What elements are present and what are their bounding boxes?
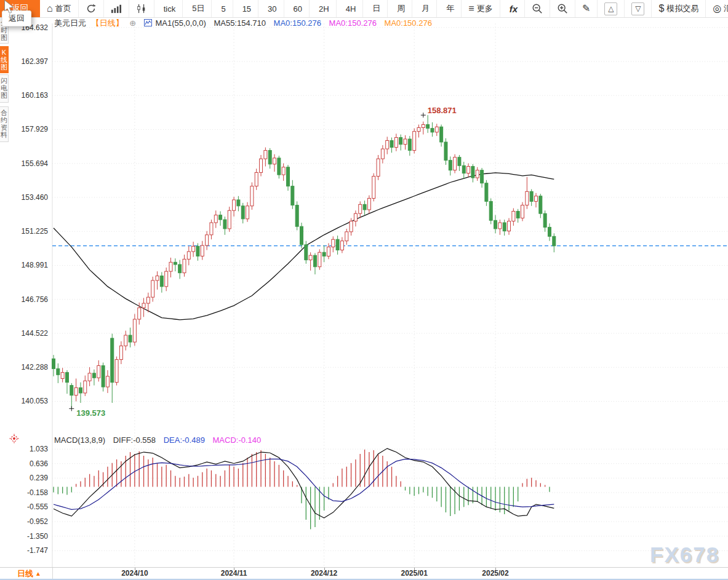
toolbar-item-label: tick xyxy=(164,4,176,14)
sidebar-item-contract-info[interactable]: 合约资料 xyxy=(0,106,9,142)
price-axis-label: 155.694 xyxy=(22,159,49,168)
pencil-icon: ✎ xyxy=(582,4,590,14)
toolbar-item-scroll-bottom[interactable]: ▽ xyxy=(625,0,652,17)
toolbar-item-label: 周 xyxy=(397,3,405,14)
price-axis-label: 153.460 xyxy=(22,193,49,202)
toolbar-item-label: 2H xyxy=(319,4,329,14)
x-axis-label: 2025/02 xyxy=(474,569,517,578)
period-selector-label: 日线 xyxy=(17,568,33,579)
macd-axis-label: -0.158 xyxy=(27,488,48,497)
toolbar-item-label: 模拟交易 xyxy=(666,3,698,14)
x-axis-label: 2024/11 xyxy=(212,569,255,578)
toolbar-item-label: 30 xyxy=(268,4,276,14)
price-axis-label: 162.397 xyxy=(22,57,49,66)
macd-title: MACD(13,8,9) xyxy=(54,435,105,445)
triangle-down-icon: ▽ xyxy=(631,2,644,15)
period-badge: 【日线】 xyxy=(92,18,124,28)
macd-axis-label: 0.239 xyxy=(30,474,48,482)
triangle-up-icon: △ xyxy=(604,2,617,15)
low-price-annotation: 139.573 xyxy=(76,408,105,418)
zoom-out-icon xyxy=(532,3,543,14)
toolbar: 返回 ⌂首页tick5日51530602H4H日周月年≡更多fx✎△▽$模拟交易… xyxy=(0,0,728,18)
toolbar-item-label: 月 xyxy=(422,3,430,14)
chart-canvas[interactable]: 164.632162.397160.163157.929155.694153.4… xyxy=(0,0,728,580)
toolbar-item-h2[interactable]: 2H xyxy=(310,0,337,17)
refresh-icon xyxy=(86,3,97,14)
sidebar-item-flash-chart[interactable]: 闪电图 xyxy=(0,74,9,103)
toolbar-item-label: 60 xyxy=(294,4,302,14)
menu-icon: ≡ xyxy=(468,4,474,14)
toolbar-item-candle-style[interactable] xyxy=(129,0,154,17)
macd-dea-value: DEA:-0.489 xyxy=(164,435,205,445)
macd-axis-label: 1.033 xyxy=(30,445,48,453)
chevron-up-icon: ▲ xyxy=(35,570,41,577)
toolbar-item-5d[interactable]: 5日 xyxy=(183,0,212,17)
toolbar-item-year[interactable]: 年 xyxy=(437,0,462,17)
toolbar-item-draw[interactable]: ✎ xyxy=(575,0,598,17)
toolbar-item-m60[interactable]: 60 xyxy=(284,0,310,17)
ma-chart-icon xyxy=(144,18,152,28)
x-axis-label: 2024/10 xyxy=(113,569,156,578)
ma-settings-label: MA1(55,0,0,0) xyxy=(155,18,206,28)
toolbar-item-label: 4H xyxy=(346,4,356,14)
toolbar-item-scroll-top[interactable]: △ xyxy=(598,0,625,17)
dollar-icon: $ xyxy=(658,4,664,14)
toolbar-item-sim-trade[interactable]: $模拟交易 xyxy=(652,0,706,17)
app-window: 164.632162.397160.163157.929155.694153.4… xyxy=(0,0,728,580)
price-axis-label: 160.163 xyxy=(22,91,49,100)
macd-value: MACD:-0.140 xyxy=(213,435,262,445)
toolbar-item-h4[interactable]: 4H xyxy=(337,0,364,17)
x-axis-label: 2025/01 xyxy=(393,569,436,578)
toolbar-item-label: 汇通财经 xyxy=(724,3,728,14)
macd-axis-label: 0.636 xyxy=(30,459,48,468)
toolbar-item-week[interactable]: 周 xyxy=(388,0,412,17)
home-icon: ⌂ xyxy=(47,4,53,14)
price-axis-label: 140.053 xyxy=(22,397,49,405)
toolbar-item-day[interactable]: 日 xyxy=(363,0,388,17)
ma0-value-blue: MA0:150.276 xyxy=(274,18,321,28)
macd-axis-label: -1.747 xyxy=(27,546,48,555)
watermark: FX678 xyxy=(650,542,719,567)
price-axis-label: 144.522 xyxy=(22,329,49,338)
macd-diff-value: DIFF:-0.558 xyxy=(113,435,156,445)
toolbar-item-label: 5日 xyxy=(192,3,204,14)
chart-header: 美元日元 【日线】 ⊕ MA1(55,0,0,0) MA55:154.710 M… xyxy=(54,18,438,29)
toolbar-item-zoom-in[interactable] xyxy=(550,0,575,17)
toolbar-item-m30[interactable]: 30 xyxy=(258,0,284,17)
macd-axis-label: -0.555 xyxy=(27,503,48,511)
price-axis-label: 151.225 xyxy=(22,227,49,236)
price-axis-label: 157.929 xyxy=(22,125,49,133)
x-axis-label: 2024/12 xyxy=(303,569,346,578)
price-axis-label: 142.288 xyxy=(22,363,49,371)
toolbar-item-zoom-out[interactable] xyxy=(525,0,550,17)
toolbar-item-label: 5 xyxy=(221,4,225,14)
sidebar-item-kline-chart[interactable]: K线图 xyxy=(0,46,9,73)
mouse-cursor-icon xyxy=(4,0,17,17)
ma0-value-magenta: MA0:150.276 xyxy=(329,18,377,28)
period-selector[interactable]: 日线 ▲ xyxy=(0,568,53,579)
toolbar-item-label: 15 xyxy=(242,4,251,14)
toolbar-item-refresh[interactable] xyxy=(79,0,104,17)
indicator-settings-icon[interactable] xyxy=(9,434,19,446)
toolbar-item-more[interactable]: ≡更多 xyxy=(462,0,500,17)
macd-header: MACD(13,8,9) DIFF:-0.558 DEA:-0.489 MACD… xyxy=(54,435,266,445)
high-price-annotation: 158.871 xyxy=(428,106,457,115)
candlestick-icon xyxy=(136,4,147,14)
toolbar-item-huitong[interactable]: ◎汇通财经 xyxy=(706,0,728,17)
toolbar-item-m5[interactable]: 5 xyxy=(212,0,233,17)
bar-chart-icon xyxy=(111,4,122,14)
price-axis-label: 146.756 xyxy=(22,295,49,304)
ma0-value-orange: MA0:150.276 xyxy=(385,18,432,28)
toolbar-item-label: 更多 xyxy=(477,3,493,14)
toolbar-item-volume-style[interactable] xyxy=(104,0,129,17)
expand-icon[interactable]: ⊕ xyxy=(129,18,136,28)
toolbar-item-label: 日 xyxy=(372,3,380,14)
toolbar-item-month[interactable]: 月 xyxy=(412,0,437,17)
toolbar-item-m15[interactable]: 15 xyxy=(233,0,258,17)
huitong-logo-icon: ◎ xyxy=(713,4,721,14)
toolbar-item-tick[interactable]: tick xyxy=(154,0,183,17)
toolbar-item-label: fx xyxy=(510,4,518,14)
toolbar-item-fx[interactable]: fx xyxy=(500,0,525,17)
macd-axis-label: -0.952 xyxy=(27,517,48,526)
toolbar-item-home[interactable]: ⌂首页 xyxy=(40,0,79,17)
